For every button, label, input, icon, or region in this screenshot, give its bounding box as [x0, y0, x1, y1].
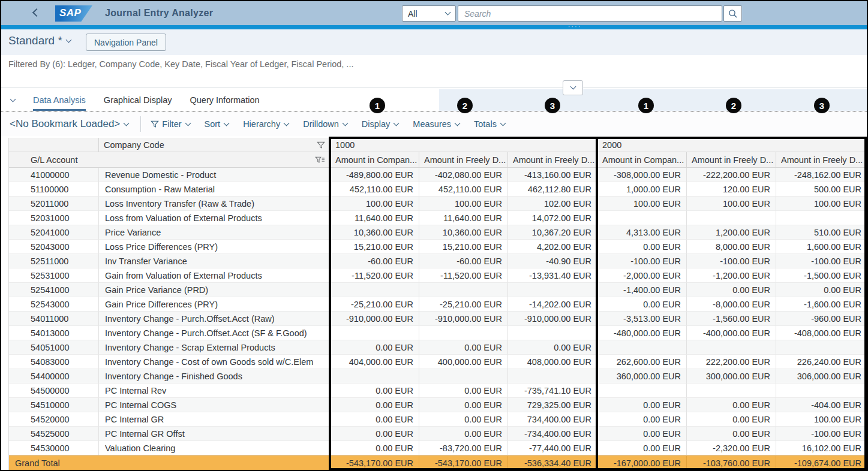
description-cell[interactable]: Consumption - Raw Material — [99, 182, 331, 197]
amount-cell-1000[interactable]: 734,400.00 EUR — [508, 412, 597, 427]
gl-account-header[interactable]: G/L Account — [9, 152, 331, 168]
grand-total-cell-1000[interactable]: -536,334.40 EUR — [508, 455, 597, 470]
amount-cell-1000[interactable] — [508, 369, 597, 384]
amount-column-header-1000-1[interactable]: Amount in Compan... — [331, 152, 419, 168]
amount-cell-1000[interactable]: 0.00 EUR — [419, 427, 508, 441]
amount-cell-2000[interactable] — [776, 211, 867, 225]
gl-account-cell[interactable]: 51100000 — [9, 182, 99, 197]
amount-cell-2000[interactable]: -1,400.00 EUR — [597, 283, 687, 297]
gl-account-cell[interactable]: 52543000 — [9, 297, 99, 312]
amount-cell-1000[interactable]: 452,110.00 EUR — [419, 182, 508, 197]
amount-cell-2000[interactable] — [687, 384, 776, 398]
gl-account-cell[interactable]: 41000000 — [9, 168, 99, 182]
amount-cell-2000[interactable]: 16,102.00 EUR — [776, 441, 867, 455]
amount-cell-2000[interactable]: 0.00 EUR — [597, 398, 687, 412]
grand-total-cell-2000[interactable]: -103,760.00 EUR — [687, 455, 776, 470]
amount-cell-1000[interactable]: 11,640.00 EUR — [419, 211, 508, 225]
amount-cell-2000[interactable]: -400,000.00 EUR — [687, 326, 776, 340]
amount-cell-2000[interactable]: 1,600.00 EUR — [776, 240, 867, 254]
amount-cell-1000[interactable]: -402,080.00 EUR — [419, 168, 508, 182]
amount-cell-1000[interactable]: -735,741.10 EUR — [508, 384, 597, 398]
gl-account-cell[interactable]: 54530000 — [9, 441, 99, 455]
gl-account-cell[interactable]: 52511000 — [9, 254, 99, 268]
description-cell[interactable]: PC Internal Rev — [99, 384, 331, 398]
amount-cell-2000[interactable]: -8,000.00 EUR — [687, 297, 776, 312]
gl-account-cell[interactable]: 54013000 — [9, 326, 99, 340]
company-code-header[interactable]: Company Code — [99, 138, 331, 152]
amount-cell-2000[interactable]: 100.00 EUR — [597, 197, 687, 211]
gl-account-cell[interactable]: 54510000 — [9, 398, 99, 412]
amount-cell-1000[interactable] — [419, 283, 508, 297]
amount-cell-2000[interactable]: 300,000.00 EUR — [687, 369, 776, 384]
amount-cell-1000[interactable] — [331, 283, 419, 297]
amount-cell-2000[interactable] — [687, 211, 776, 225]
amount-cell-1000[interactable]: 0.00 EUR — [331, 412, 419, 427]
grand-total-cell-2000[interactable]: -167,000.00 EUR — [597, 455, 687, 470]
amount-cell-2000[interactable]: 0.00 EUR — [776, 283, 867, 297]
amount-cell-2000[interactable]: 100.00 EUR — [776, 197, 867, 211]
amount-cell-1000[interactable]: 0.00 EUR — [508, 340, 597, 355]
amount-cell-1000[interactable]: -25,210.00 EUR — [419, 297, 508, 312]
gl-account-cell[interactable]: 52011000 — [9, 197, 99, 211]
amount-cell-1000[interactable]: -14,202.00 EUR — [508, 297, 597, 312]
amount-cell-2000[interactable] — [687, 340, 776, 355]
amount-cell-1000[interactable]: -734,400.00 EUR — [508, 427, 597, 441]
description-cell[interactable]: PC Internal GR — [99, 412, 331, 427]
amount-cell-2000[interactable]: -100.00 EUR — [687, 254, 776, 268]
grand-total-cell-1000[interactable]: -543,170.00 EUR — [419, 455, 508, 470]
tab-data-analysis[interactable]: Data Analysis — [33, 89, 86, 111]
amount-cell-1000[interactable]: -13,931.40 EUR — [508, 268, 597, 283]
amount-cell-1000[interactable]: 0.00 EUR — [419, 340, 508, 355]
amount-cell-2000[interactable]: -408,000.00 EUR — [776, 326, 867, 340]
amount-cell-1000[interactable]: 400,000.00 EUR — [419, 355, 508, 369]
description-cell[interactable]: Inventory Change - Purch.Offset.Acct (Ra… — [99, 312, 331, 326]
navigation-panel-button[interactable]: Navigation Panel — [86, 34, 166, 51]
amount-cell-2000[interactable]: 0.00 EUR — [597, 297, 687, 312]
amount-cell-1000[interactable]: -910,000.00 EUR — [419, 312, 508, 326]
amount-cell-1000[interactable] — [508, 283, 597, 297]
gl-account-cell[interactable]: 52541000 — [9, 283, 99, 297]
amount-cell-2000[interactable]: -1,200.00 EUR — [687, 268, 776, 283]
amount-cell-2000[interactable]: 500.00 EUR — [776, 182, 867, 197]
amount-cell-1000[interactable]: 404,000.00 EUR — [331, 355, 419, 369]
amount-cell-1000[interactable] — [419, 326, 508, 340]
menu-drilldown[interactable]: Drilldown — [303, 119, 347, 129]
amount-cell-2000[interactable]: 0.00 EUR — [687, 412, 776, 427]
description-cell[interactable]: Inventory Change - Purch.Offset.Acct (SF… — [99, 326, 331, 340]
amount-cell-2000[interactable]: 262,600.00 EUR — [597, 355, 687, 369]
grand-total-cell-1000[interactable]: -543,170.00 EUR — [331, 455, 419, 470]
amount-cell-2000[interactable]: 120.00 EUR — [687, 182, 776, 197]
amount-cell-1000[interactable]: -83,720.00 EUR — [419, 441, 508, 455]
amount-cell-1000[interactable]: 14,072.00 EUR — [508, 211, 597, 225]
amount-cell-2000[interactable]: 0.00 EUR — [597, 441, 687, 455]
search-button[interactable] — [723, 5, 742, 22]
menu-sort[interactable]: Sort — [205, 119, 229, 129]
menu-filter[interactable]: Filter — [151, 119, 190, 129]
company-code-group-1000[interactable]: 1000 — [331, 138, 597, 152]
description-cell[interactable]: Inventory Change - Finished Goods — [99, 369, 331, 384]
amount-cell-2000[interactable]: -1,560.00 EUR — [687, 312, 776, 326]
grand-total-cell-2000[interactable]: -109,674.00 EUR — [776, 455, 867, 470]
back-icon[interactable] — [32, 8, 41, 17]
amount-cell-1000[interactable]: 0.00 EUR — [419, 384, 508, 398]
gl-account-cell[interactable]: 54500000 — [9, 384, 99, 398]
collapse-section-icon[interactable] — [10, 96, 16, 102]
description-cell[interactable]: Loss from Valuation of External Products — [99, 211, 331, 225]
amount-cell-1000[interactable]: -910,000.00 EUR — [331, 312, 419, 326]
search-scope-select[interactable]: All — [402, 5, 456, 22]
gl-account-cell[interactable]: 52043000 — [9, 240, 99, 254]
amount-cell-2000[interactable]: 100.00 EUR — [776, 412, 867, 427]
amount-cell-2000[interactable]: -308,000.00 EUR — [597, 168, 687, 182]
amount-cell-1000[interactable]: -60.00 EUR — [419, 254, 508, 268]
amount-column-header-1000-2[interactable]: Amount in Freely D... — [419, 152, 508, 168]
amount-cell-2000[interactable]: -1,600.00 EUR — [776, 297, 867, 312]
amount-cell-2000[interactable]: -100.00 EUR — [776, 427, 867, 441]
search-input[interactable] — [458, 5, 722, 22]
amount-cell-2000[interactable]: 0.00 EUR — [597, 240, 687, 254]
amount-cell-1000[interactable]: -413,160.00 EUR — [508, 168, 597, 182]
amount-cell-1000[interactable]: 729,325.00 EUR — [508, 398, 597, 412]
header-expand-button[interactable] — [563, 80, 583, 95]
amount-cell-1000[interactable]: 11,640.00 EUR — [331, 211, 419, 225]
amount-cell-2000[interactable]: 0.00 EUR — [687, 283, 776, 297]
amount-cell-1000[interactable]: 0.00 EUR — [331, 340, 419, 355]
